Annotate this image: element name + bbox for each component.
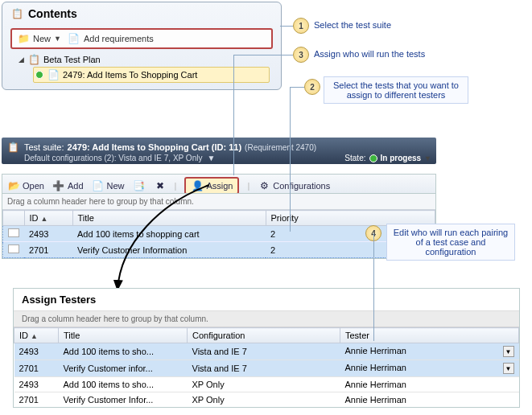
- step-1-badge: 1: [293, 18, 309, 34]
- play-icon: [35, 71, 43, 79]
- new-test-button[interactable]: 📄New: [92, 179, 125, 192]
- cell-config: XP Only: [188, 392, 340, 408]
- col-config[interactable]: Configuration: [188, 328, 340, 343]
- connector: [290, 87, 291, 232]
- table-row[interactable]: 2701 Verify Customer Information 2: [3, 242, 435, 258]
- doc-icon: [8, 228, 19, 237]
- tester-dropdown[interactable]: ▼: [503, 346, 514, 357]
- tree-plan[interactable]: ◢ 📋 Beta Test Plan: [19, 52, 270, 67]
- expand-icon[interactable]: ◢: [19, 55, 24, 64]
- cell-config: Vista and IE 7: [188, 360, 340, 377]
- new-label: New: [107, 181, 125, 191]
- connector: [233, 55, 293, 55]
- list-icon: 📋: [10, 7, 23, 20]
- configurations-button[interactable]: ⚙Configurations: [258, 179, 330, 192]
- table-header: ID ▲ Title Configuration Tester: [14, 328, 519, 343]
- sort-asc-icon: ▲: [41, 215, 48, 223]
- suite-req: (Requirement 2470): [245, 143, 316, 152]
- col-icon[interactable]: [3, 211, 25, 226]
- step-2-text: Select the tests that you want to assign…: [324, 76, 468, 104]
- copy-button[interactable]: 📑: [133, 179, 146, 192]
- separator: |: [247, 181, 250, 191]
- add-req-label: Add requirements: [84, 34, 154, 43]
- cell-id: 2493: [14, 343, 59, 360]
- cell-id: 2493: [14, 377, 59, 392]
- suite-prefix: Test suite:: [24, 142, 64, 152]
- contents-toolbar: 📁 New ▼ 📄 Add requirements: [10, 28, 273, 49]
- gear-icon: ⚙: [258, 179, 270, 192]
- col-title[interactable]: Title: [72, 211, 266, 226]
- step-3-text: Assign who will run the tests: [314, 49, 425, 59]
- group-hint: Drag a column header here to group by th…: [14, 311, 519, 327]
- delete-icon: ✖: [154, 179, 167, 192]
- assign-title: Assign Testers: [14, 289, 519, 311]
- step-2-badge: 2: [304, 79, 320, 95]
- table-row[interactable]: 2493 Add 100 items to sho... XP Only Ann…: [14, 377, 519, 392]
- assign-button[interactable]: 👤Assign: [184, 177, 239, 195]
- connector: [233, 55, 234, 175]
- contents-panel: 📋 Contents 📁 New ▼ 📄 Add requirements ◢ …: [2, 2, 282, 90]
- col-title[interactable]: Title: [59, 328, 188, 343]
- configs-label: Configurations: [273, 181, 330, 191]
- open-label: Open: [23, 181, 44, 191]
- chevron-down-icon[interactable]: ▼: [424, 154, 431, 162]
- cell-tester: Annie Herriman▼: [340, 360, 519, 377]
- cell-id: 2701: [14, 392, 59, 408]
- table-row[interactable]: 2701 Verify Customer Infor... XP Only An…: [14, 392, 519, 408]
- col-id[interactable]: ID ▲: [14, 328, 59, 343]
- cell-tester: Annie Herriman: [340, 392, 519, 408]
- state-value: In progess: [381, 154, 422, 162]
- folder-icon: 📁: [17, 32, 30, 45]
- assign-label: Assign: [206, 181, 233, 191]
- cell-id: 2701: [14, 360, 59, 377]
- new-label: New: [33, 34, 51, 43]
- delete-button[interactable]: ✖: [154, 179, 167, 192]
- new-icon: 📄: [92, 179, 105, 192]
- tester-dropdown[interactable]: ▼: [503, 363, 514, 374]
- connector: [373, 233, 374, 341]
- plan-icon: 📋: [27, 53, 40, 66]
- cell-config: Vista and IE 7: [188, 343, 340, 360]
- add-req-icon: 📄: [68, 32, 80, 45]
- table-row[interactable]: 2701 Verify Customer infor... Vista and …: [14, 360, 519, 377]
- open-button[interactable]: 📂Open: [7, 179, 44, 192]
- cell-tester: Annie Herriman▼: [340, 343, 519, 360]
- table-header: ID ▲ Title Priority: [3, 211, 435, 226]
- cell-id: 2493: [24, 226, 72, 242]
- cell-title: Add 100 items to sho...: [59, 377, 188, 392]
- assign-testers-panel: Assign Testers Drag a column header here…: [13, 288, 520, 408]
- cell-title: Verify Customer Infor...: [59, 392, 188, 408]
- col-id[interactable]: ID ▲: [24, 211, 72, 226]
- group-hint: Drag a column header here to group by th…: [2, 194, 435, 210]
- assign-table: ID ▲ Title Configuration Tester 2493 Add…: [14, 327, 519, 407]
- cell-title: Verify Customer infor...: [59, 360, 188, 377]
- chevron-down-icon[interactable]: ▼: [207, 154, 215, 162]
- chevron-down-icon: ▼: [54, 35, 61, 43]
- separator: |: [175, 181, 177, 191]
- contents-header: 📋 Contents: [2, 2, 281, 25]
- step-1-text: Select the test suite: [314, 20, 391, 30]
- add-label: Add: [68, 181, 84, 191]
- state-label: State:: [344, 154, 365, 162]
- add-requirements-button[interactable]: 📄 Add requirements: [68, 32, 154, 45]
- step-3-badge: 3: [293, 47, 309, 63]
- plan-label: Beta Test Plan: [43, 55, 101, 64]
- suite-item-label: 2479: Add Items To Shopping Cart: [63, 70, 197, 80]
- add-button[interactable]: ➕Add: [52, 179, 84, 192]
- col-tester[interactable]: Tester: [340, 328, 519, 343]
- user-icon: 👤: [191, 179, 204, 192]
- suite-icon: 📄: [47, 68, 60, 81]
- cell-title: Add 100 items to sho...: [59, 343, 188, 360]
- suite-header-icon: 📋: [6, 141, 19, 154]
- table-row[interactable]: 2493 Add 100 items to sho... Vista and I…: [14, 343, 519, 360]
- cell-tester: Annie Herriman: [340, 377, 519, 392]
- contents-title: Contents: [28, 7, 77, 20]
- new-button[interactable]: 📁 New ▼: [17, 32, 61, 45]
- cell-id: 2701: [24, 242, 72, 258]
- step-4-text: Edit who will run each pairing of a test…: [386, 224, 515, 261]
- sort-asc-icon: ▲: [31, 332, 38, 340]
- state-play-icon: [369, 154, 377, 162]
- cell-config: XP Only: [188, 377, 340, 392]
- tree: ◢ 📋 Beta Test Plan 📄 2479: Add Items To …: [19, 52, 270, 83]
- copy-icon: 📑: [133, 179, 146, 192]
